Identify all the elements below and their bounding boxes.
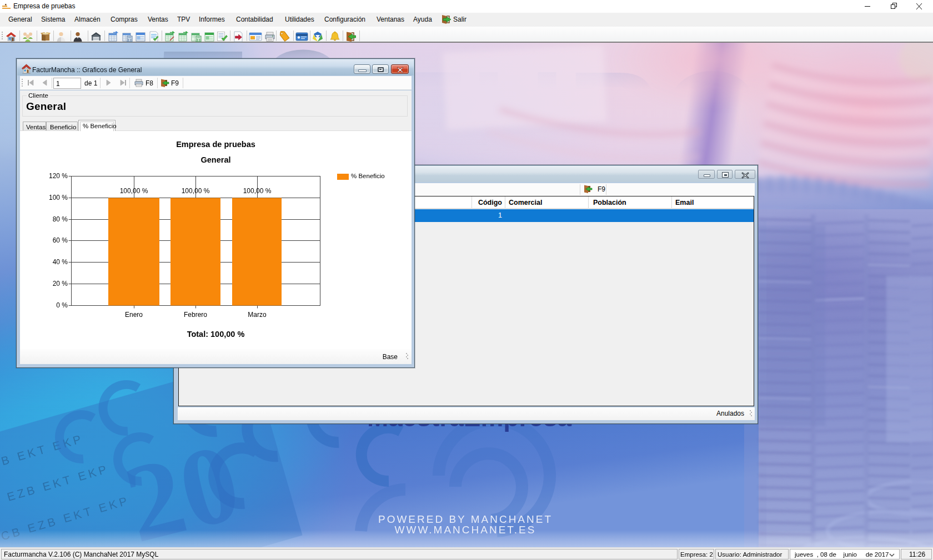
svg-text:WWW.MANCHANET.ES: WWW.MANCHANET.ES: [395, 524, 536, 536]
svg-text:POWERED BY MANCHANET: POWERED BY MANCHANET: [378, 513, 553, 525]
